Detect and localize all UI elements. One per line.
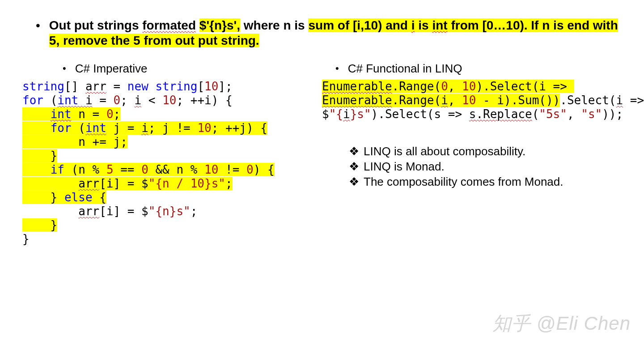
- cl8d: "{n /: [148, 177, 191, 190]
- cl7d: 5: [106, 163, 114, 176]
- right-title: C# Functional in LINQ: [348, 62, 462, 75]
- cr3k: ));: [602, 107, 623, 121]
- diamond-icon: ❖: [349, 145, 359, 158]
- cl1i: ];: [218, 80, 232, 93]
- cl1b: []: [64, 80, 85, 93]
- cl1c: arr: [85, 80, 106, 93]
- cr1g: .Select(i =>: [483, 80, 574, 93]
- cl7h: 10: [204, 163, 218, 176]
- cr1f: ): [476, 80, 483, 93]
- cr1c: 0: [441, 80, 448, 93]
- cl7e: ==: [114, 163, 142, 176]
- cr3d: }s": [350, 107, 371, 121]
- slide: • Out put strings formated $'{n}s', wher…: [0, 0, 644, 264]
- cl7j: 0: [246, 163, 254, 176]
- cl5a: n += j;: [22, 135, 127, 149]
- cr3g: (: [532, 107, 539, 121]
- h-hl2u: i: [411, 18, 415, 32]
- h-hl2u2: int: [432, 18, 447, 32]
- cl1a: string: [22, 80, 64, 93]
- cr2e: 10: [462, 94, 476, 107]
- h-mid1: where n is: [240, 18, 309, 32]
- cr3f: s.Replace: [469, 107, 532, 121]
- cl6a: }: [22, 149, 57, 162]
- cl4b: for: [51, 121, 79, 135]
- cl2j: 10: [162, 94, 176, 107]
- cl9b: else: [64, 191, 99, 204]
- note-1: ❖LINQ is all about composability.: [349, 144, 644, 159]
- h-hl2a: sum of [i,10) and: [308, 18, 411, 32]
- cr3b: "{: [329, 107, 343, 121]
- cr2b: .Range(: [392, 94, 441, 107]
- cl8c: [i] = $: [99, 177, 148, 190]
- diamond-icon: ❖: [349, 175, 359, 188]
- cr2f: - i).Sum()): [476, 94, 560, 107]
- notes: ❖LINQ is all about composability. ❖LINQ …: [349, 144, 644, 189]
- cl2f: 0: [114, 94, 121, 107]
- cl2h: i: [135, 94, 142, 107]
- code-left: string[] arr = new string[10]; for (int …: [22, 80, 322, 246]
- cr3h: "5s": [539, 107, 567, 121]
- cl10a: [22, 204, 78, 218]
- diamond-icon: ❖: [349, 160, 359, 173]
- cl4g: ; j !=: [148, 121, 198, 135]
- cl7a: [22, 163, 51, 176]
- cr3c: i: [343, 107, 350, 121]
- cl9c: {: [99, 191, 106, 204]
- note-3-text: The composability comes from Monad.: [364, 175, 564, 188]
- cr2g: .Select(: [560, 94, 616, 107]
- cl2a: for: [22, 94, 51, 107]
- cl7b: if: [51, 163, 72, 176]
- cl3c: n =: [72, 107, 106, 121]
- cl2i: <: [141, 94, 162, 107]
- note-1-text: LINQ is all about composability.: [364, 145, 525, 158]
- cr3e: ).Select(s =>: [371, 107, 469, 121]
- cl8f: }s": [204, 177, 225, 190]
- cl1h: 10: [204, 80, 218, 93]
- cl10b: arr: [78, 204, 99, 218]
- left-title-row: • C# Imperative: [63, 62, 322, 75]
- cl12a: }: [22, 232, 30, 246]
- col-right: • C# Functional in LINQ Enumerable.Range…: [322, 62, 644, 246]
- cr2h: i: [616, 94, 623, 107]
- cl8e: 10: [191, 177, 204, 190]
- cr1e: 10: [462, 80, 476, 93]
- cl1d: =: [106, 80, 127, 93]
- cl4d: int: [85, 121, 106, 135]
- cr2a: Enumerable: [322, 94, 392, 107]
- cl2c: int: [57, 94, 85, 107]
- cl7f: 0: [141, 163, 148, 176]
- headline-text: Out put strings formated $'{n}s', where …: [49, 18, 622, 48]
- cl4e: j =: [106, 121, 141, 135]
- cl2d: i: [85, 94, 93, 107]
- cl3d: 0: [106, 107, 114, 121]
- cr1b: .Range(: [392, 80, 441, 93]
- cl3a: [22, 107, 51, 121]
- cl7c: (n %: [72, 163, 106, 176]
- cl4h: 10: [197, 121, 211, 135]
- note-2-text: LINQ is Monad.: [364, 160, 445, 173]
- cl4a: [22, 121, 51, 135]
- cr2i: =>: [623, 94, 644, 107]
- columns: • C# Imperative string[] arr = new strin…: [22, 62, 622, 246]
- h-hl2c: from [0…10).: [448, 18, 531, 32]
- cr3j: "s": [581, 107, 602, 121]
- cl4i: ; ++j) {: [212, 121, 267, 135]
- cl3e: ;: [114, 107, 121, 121]
- cl7g: && n %: [148, 163, 204, 176]
- cl11a: }: [22, 218, 57, 232]
- cr1d: ,: [448, 80, 462, 93]
- cl2g: ;: [120, 94, 134, 107]
- cl1g: [: [197, 80, 204, 93]
- cl9a: }: [22, 191, 64, 204]
- right-title-row: • C# Functional in LINQ: [335, 62, 644, 75]
- note-3: ❖The composability comes from Monad.: [349, 174, 644, 189]
- cl4c: (: [78, 121, 85, 135]
- h-hl1: $'{n}s',: [199, 18, 240, 32]
- note-2: ❖LINQ is Monad.: [349, 159, 644, 174]
- h-hl2b: is: [415, 18, 432, 32]
- cr1a: Enumerable: [322, 80, 392, 93]
- col-left: • C# Imperative string[] arr = new strin…: [22, 62, 322, 246]
- cl2b: (: [51, 94, 58, 107]
- cl2k: ; ++i) {: [176, 94, 232, 107]
